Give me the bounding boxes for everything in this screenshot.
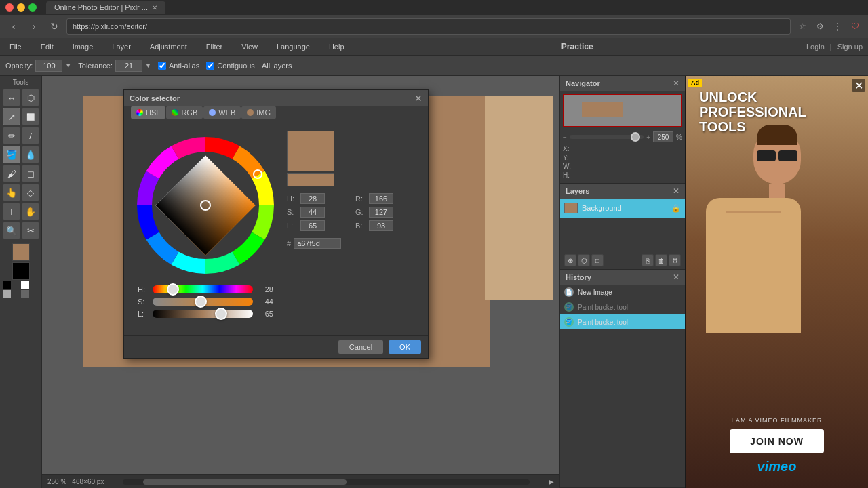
g-val-input[interactable] — [369, 207, 393, 218]
back-button[interactable]: ‹ — [5, 18, 22, 35]
bookmark-icon[interactable]: ☆ — [795, 19, 810, 34]
h-val-input[interactable] — [300, 193, 325, 204]
sat-slider-track[interactable] — [153, 298, 253, 306]
tool-eyedropper[interactable]: 💧 — [22, 146, 39, 163]
sl-indicator[interactable] — [201, 201, 210, 210]
scroll-right-icon[interactable]: ▶ — [549, 478, 554, 485]
scroll-track[interactable] — [123, 479, 530, 485]
opacity-input[interactable] — [35, 60, 62, 72]
tool-eraser[interactable]: ◻ — [22, 165, 39, 182]
ok-button[interactable]: OK — [389, 340, 421, 354]
swatch-gray2[interactable] — [21, 290, 29, 298]
menu-file[interactable]: File — [5, 41, 26, 52]
group-layers-btn[interactable]: □ — [591, 254, 604, 266]
tool-line[interactable]: / — [22, 127, 39, 144]
lum-slider-thumb[interactable] — [215, 308, 227, 320]
layers-close-icon[interactable]: ✕ — [673, 186, 679, 196]
l-val-input[interactable] — [300, 220, 325, 231]
add-mask-btn[interactable]: ⬡ — [578, 254, 590, 266]
r-val-input[interactable] — [369, 193, 393, 204]
copy-layer-btn[interactable]: ⎘ — [642, 254, 654, 266]
menu-edit[interactable]: Edit — [37, 41, 58, 52]
color-wheel-svg[interactable] — [131, 131, 280, 280]
canvas-area[interactable]: Color selector ✕ HSL RGB WEB — [42, 76, 559, 488]
extensions-icon[interactable]: ⚙ — [812, 19, 827, 34]
tab-hsl[interactable]: HSL — [131, 106, 165, 119]
tolerance-input[interactable] — [115, 60, 142, 72]
login-link[interactable]: Login — [806, 43, 825, 51]
tab-web[interactable]: WEB — [203, 106, 241, 119]
tool-bucket[interactable]: 🪣 — [3, 146, 20, 163]
anti-alias-checkbox[interactable] — [158, 62, 166, 70]
navigator-close-icon[interactable]: ✕ — [673, 79, 679, 88]
tool-smudge[interactable]: 👆 — [3, 184, 20, 201]
zoom-out-icon[interactable]: − — [563, 134, 567, 141]
background-color[interactable] — [12, 262, 30, 280]
tool-crop[interactable]: ⬜ — [22, 108, 39, 125]
tolerance-dropdown-icon[interactable]: ▼ — [145, 62, 151, 69]
ad-close-button[interactable]: ✕ — [852, 79, 865, 92]
tool-hand[interactable]: ✋ — [22, 203, 39, 220]
menu-view[interactable]: View — [237, 41, 262, 52]
contiguous-checkbox[interactable] — [206, 62, 214, 70]
zoom-in-icon[interactable]: + — [646, 134, 650, 141]
scroll-thumb[interactable] — [143, 479, 347, 485]
hue-slider-thumb[interactable] — [167, 283, 179, 296]
menu-language[interactable]: Language — [273, 41, 314, 52]
color-selector-dialog[interactable]: Color selector ✕ HSL RGB WEB — [123, 89, 429, 359]
cancel-button[interactable]: Cancel — [338, 340, 383, 354]
refresh-button[interactable]: ↻ — [46, 18, 62, 35]
layer-background[interactable]: Background 🔒 — [560, 199, 685, 218]
swatch-gray1[interactable] — [3, 290, 11, 298]
hex-input[interactable] — [294, 238, 341, 249]
foreground-color[interactable] — [12, 243, 30, 261]
menu-help[interactable]: Help — [325, 41, 349, 52]
tool-zoom[interactable]: 🔍 — [3, 222, 20, 239]
antivirus-icon[interactable]: 🛡 — [848, 19, 863, 34]
layer-lock-icon[interactable]: 🔒 — [671, 204, 681, 213]
sat-slider-thumb[interactable] — [195, 296, 207, 308]
tool-move[interactable]: ↔ — [3, 89, 20, 106]
signup-link[interactable]: Sign up — [837, 43, 863, 51]
history-item-0[interactable]: 📄 New Image — [560, 285, 685, 300]
forward-button[interactable]: › — [26, 18, 42, 35]
navigator-preview[interactable] — [563, 94, 682, 127]
tool-lasso[interactable]: ⬡ — [22, 89, 39, 106]
tool-pencil[interactable]: ✏ — [3, 127, 20, 144]
s-val-input[interactable] — [300, 207, 325, 218]
add-adjustment-layer-btn[interactable]: ⊕ — [564, 254, 576, 266]
tab-close-icon[interactable]: ✕ — [152, 4, 157, 12]
history-close-icon[interactable]: ✕ — [673, 272, 679, 282]
menu-filter[interactable]: Filter — [202, 41, 226, 52]
hue-slider-track[interactable] — [153, 285, 253, 293]
tool-brush[interactable]: 🖌 — [3, 165, 20, 182]
delete-layer-btn[interactable]: 🗑 — [655, 254, 667, 266]
lum-slider-track[interactable] — [153, 310, 253, 318]
zoom-slider-thumb[interactable] — [631, 132, 640, 142]
tool-select[interactable]: ↗ — [3, 108, 20, 125]
browser-tab[interactable]: Online Photo Editor | Pixlr ... ✕ — [46, 1, 165, 14]
menu-icon[interactable]: ⋮ — [830, 19, 845, 34]
hue-indicator[interactable] — [254, 170, 262, 178]
tab-rgb[interactable]: RGB — [166, 106, 203, 119]
tool-extra[interactable]: ✂ — [22, 222, 39, 239]
address-bar[interactable]: https://pixlr.com/editor/ — [66, 18, 791, 35]
history-item-2[interactable]: 🪣 Paint bucket tool — [560, 314, 685, 329]
tab-img[interactable]: IMG — [241, 106, 276, 119]
join-now-button[interactable]: JOIN NOW — [730, 429, 824, 453]
color-wheel-container[interactable] — [131, 131, 280, 280]
swatch-black[interactable] — [3, 281, 11, 289]
dialog-close-icon[interactable]: ✕ — [414, 93, 422, 104]
menu-layer[interactable]: Layer — [108, 41, 135, 52]
tool-shape[interactable]: ◇ — [22, 184, 39, 201]
swatch-white[interactable] — [21, 281, 29, 289]
layer-settings-btn[interactable]: ⚙ — [669, 254, 681, 266]
opacity-dropdown-icon[interactable]: ▼ — [65, 62, 71, 69]
zoom-value-input[interactable] — [653, 131, 673, 142]
zoom-slider[interactable] — [570, 135, 644, 139]
history-item-1[interactable]: 🪣 Paint bucket tool — [560, 300, 685, 314]
menu-adjustment[interactable]: Adjustment — [146, 41, 191, 52]
tool-text[interactable]: T — [3, 203, 20, 220]
b-val-input[interactable] — [369, 220, 393, 231]
menu-image[interactable]: Image — [68, 41, 98, 52]
